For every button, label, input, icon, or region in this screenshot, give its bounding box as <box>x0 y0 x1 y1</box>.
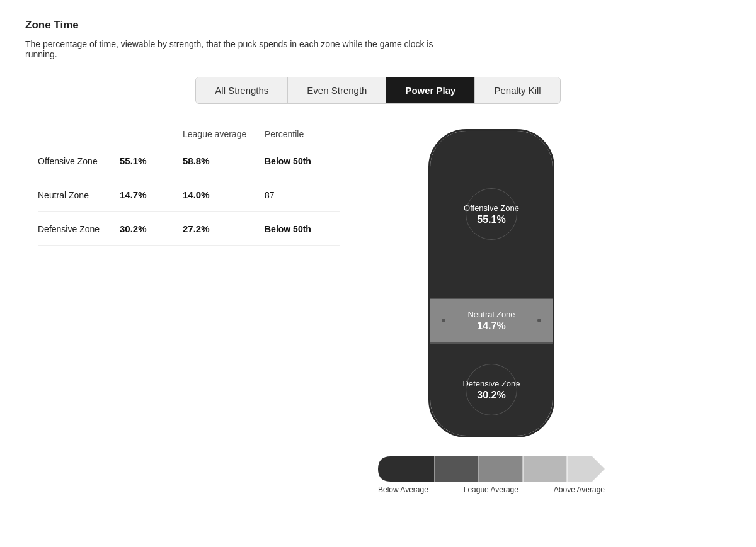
defensive-zone-value: 30.2% <box>120 223 183 234</box>
rink-defensive-label: Defensive Zone <box>462 378 520 390</box>
rink-offensive-zone: Offensive Zone 55.1% <box>430 131 553 299</box>
defensive-zone-percentile: Below 50th <box>265 224 340 234</box>
neutral-dot-left <box>442 319 445 322</box>
neutral-zone-label: Neutral Zone <box>38 190 120 200</box>
neutral-zone-value: 14.7% <box>120 189 183 200</box>
section-title: Zone Time <box>25 19 731 31</box>
table-row: Neutral Zone 14.7% 14.0% 87 <box>38 178 340 212</box>
legend-svg <box>378 456 605 482</box>
legend: Below Average League Average Above Avera… <box>378 456 605 494</box>
offensive-zone-value: 55.1% <box>120 155 183 166</box>
legend-league-avg: League Average <box>464 485 518 494</box>
rink-defensive-pct: 30.2% <box>477 390 505 401</box>
offensive-zone-league-avg: 58.8% <box>183 155 265 166</box>
tab-power-play[interactable]: Power Play <box>386 77 475 103</box>
table-row: Defensive Zone 30.2% 27.2% Below 50th <box>38 212 340 246</box>
tab-penalty-kill[interactable]: Penalty Kill <box>475 77 559 103</box>
svg-rect-0 <box>435 456 479 482</box>
col-league-avg-header: League average <box>183 129 265 139</box>
svg-rect-2 <box>523 456 567 482</box>
stats-table: League average Percentile Offensive Zone… <box>38 129 340 246</box>
neutral-zone-percentile: 87 <box>265 190 340 200</box>
rink-container: Offensive Zone 55.1% Neutral Zone 14.7% … <box>378 129 605 494</box>
rink-neutral-zone: Neutral Zone 14.7% <box>430 299 553 344</box>
rink-defensive-zone: Defensive Zone 30.2% <box>430 344 553 436</box>
offensive-zone-percentile: Below 50th <box>265 156 340 166</box>
legend-below-avg: Below Average <box>378 485 428 494</box>
tab-all-strengths[interactable]: All Strengths <box>196 77 288 103</box>
defensive-zone-league-avg: 27.2% <box>183 223 265 234</box>
rink-visualization: Offensive Zone 55.1% Neutral Zone 14.7% … <box>428 129 554 437</box>
offensive-zone-label: Offensive Zone <box>38 156 120 166</box>
tab-even-strength[interactable]: Even Strength <box>288 77 386 103</box>
tab-group: All Strengths Even Strength Power Play P… <box>195 77 560 104</box>
legend-above-avg: Above Average <box>554 485 605 494</box>
svg-rect-1 <box>479 456 523 482</box>
rink-offensive-label: Offensive Zone <box>464 203 519 214</box>
table-row: Offensive Zone 55.1% 58.8% Below 50th <box>38 144 340 178</box>
legend-labels: Below Average League Average Above Avera… <box>378 485 605 494</box>
legend-bar <box>378 456 605 482</box>
col-value-header <box>120 129 183 139</box>
section-desc: The percentage of time, viewable by stre… <box>25 39 466 59</box>
col-percentile-header: Percentile <box>265 129 340 139</box>
rink-offensive-pct: 55.1% <box>477 214 505 225</box>
neutral-dot-right <box>537 319 541 322</box>
neutral-zone-league-avg: 14.0% <box>183 189 265 200</box>
defensive-zone-label: Defensive Zone <box>38 224 120 234</box>
